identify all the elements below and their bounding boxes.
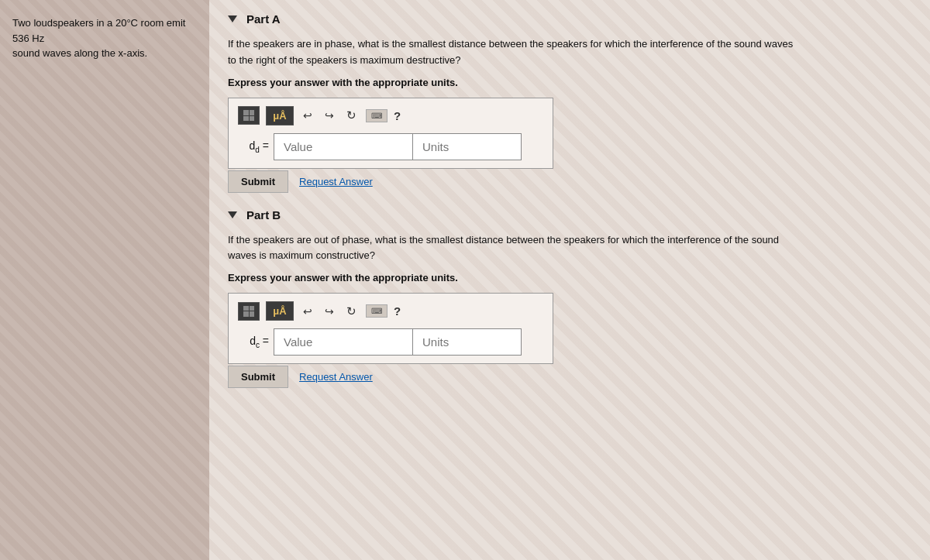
help-icon-a[interactable]: ? [394, 109, 401, 122]
part-b-actions: Submit Request Answer [228, 366, 911, 388]
part-a-value-input[interactable] [274, 133, 413, 160]
part-b-value-input[interactable] [274, 328, 413, 356]
part-b-question: If the speakers are out of phase, what i… [228, 232, 801, 265]
grid-button-a[interactable] [238, 106, 260, 125]
grid-button-b[interactable] [238, 302, 260, 321]
part-b-request-answer[interactable]: Request Answer [299, 371, 373, 383]
part-b-units-input[interactable] [413, 328, 522, 356]
part-b-section: Part B If the speakers are out of phase,… [228, 208, 911, 389]
right-panel: Part A If the speakers are in phase, wha… [209, 0, 930, 560]
redo-icon-b[interactable]: ↪ [322, 304, 337, 319]
undo-icon-b[interactable]: ↩ [300, 304, 315, 319]
part-b-header: Part B [228, 208, 911, 222]
part-b-input-label: dc = [238, 335, 269, 349]
refresh-icon-a[interactable]: ↻ [343, 107, 360, 124]
part-a-section: Part A If the speakers are in phase, wha… [228, 12, 911, 193]
part-b-submit-button[interactable]: Submit [228, 366, 288, 388]
part-a-request-answer[interactable]: Request Answer [299, 176, 373, 187]
part-b-express-label: Express your answer with the appropriate… [228, 272, 911, 283]
part-a-input-label: dd = [238, 139, 269, 154]
part-a-answer-box: μÅ ↩ ↪ ↻ ⌨ ? dd = [228, 98, 553, 169]
part-b-input-row: dc = [238, 328, 543, 356]
part-b-toolbar: μÅ ↩ ↪ ↻ ⌨ ? [238, 301, 543, 321]
part-a-toolbar: μÅ ↩ ↪ ↻ ⌨ ? [238, 106, 543, 125]
problem-description: Two loudspeakers in a 20°C room emit 536… [12, 15, 197, 61]
greek-button-a[interactable]: μÅ [266, 106, 294, 125]
part-a-input-row: dd = [238, 133, 543, 160]
left-panel: Two loudspeakers in a 20°C room emit 536… [0, 0, 209, 560]
part-a-express-label: Express your answer with the appropriate… [228, 77, 911, 88]
part-b-title: Part B [246, 208, 281, 222]
keyboard-icon-a: ⌨ [371, 112, 382, 120]
greek-button-b[interactable]: μÅ [266, 301, 294, 321]
part-a-title: Part A [246, 12, 281, 26]
collapse-icon-b[interactable] [228, 211, 237, 218]
collapse-icon-a[interactable] [228, 15, 237, 22]
part-a-header: Part A [228, 12, 911, 26]
part-b-answer-box: μÅ ↩ ↪ ↻ ⌨ ? dc = [228, 293, 553, 364]
redo-icon-a[interactable]: ↪ [322, 108, 337, 123]
undo-icon-a[interactable]: ↩ [300, 108, 315, 123]
part-a-question: If the speakers are in phase, what is th… [228, 36, 801, 69]
part-a-submit-button[interactable]: Submit [228, 170, 288, 193]
keyboard-button-b[interactable]: ⌨ [366, 304, 388, 318]
help-icon-b[interactable]: ? [394, 304, 401, 318]
part-a-actions: Submit Request Answer [228, 170, 911, 193]
keyboard-button-a[interactable]: ⌨ [366, 109, 388, 122]
part-a-units-input[interactable] [413, 133, 522, 160]
refresh-icon-b[interactable]: ↻ [343, 303, 360, 320]
keyboard-icon-b: ⌨ [371, 307, 382, 315]
